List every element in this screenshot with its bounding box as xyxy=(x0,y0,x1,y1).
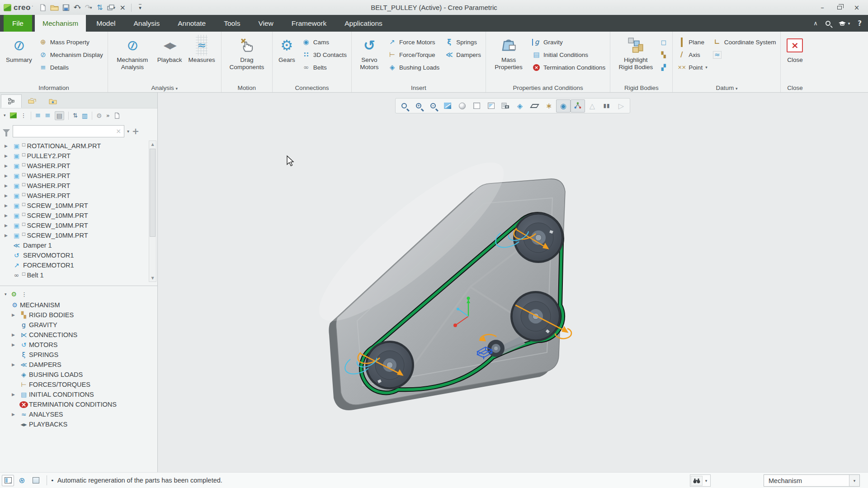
axis-button[interactable]: /Axis xyxy=(677,48,707,61)
mech-item-termination-conditions[interactable]: × TERMINATION CONDITIONS xyxy=(0,399,157,409)
collapse-levels-icon[interactable]: ≡ xyxy=(45,112,51,119)
mech-item-bushing-loads[interactable]: ◈ BUSHING LOADS xyxy=(0,370,157,380)
mechanism-tree-caret-icon[interactable]: ▾ xyxy=(5,292,7,296)
tree-header-caret-icon[interactable]: ▾ xyxy=(4,113,6,117)
initial-conditions-button[interactable]: ▤Initial Conditions xyxy=(532,48,605,61)
expand-arrow-icon[interactable]: ▶ xyxy=(5,213,12,218)
mech-item-mechanism[interactable]: ⚙ MECHANISM xyxy=(0,300,157,310)
restore-button[interactable] xyxy=(832,2,847,13)
mode-select[interactable]: Mechanism ▾ xyxy=(764,474,860,487)
tree-item-washer-prt[interactable]: ▶ ▣ □ WASHER.PRT xyxy=(0,161,157,171)
expand-arrow-icon[interactable]: ▶ xyxy=(5,203,12,208)
model-viewport[interactable] xyxy=(158,93,868,472)
open-file-button[interactable] xyxy=(49,2,60,13)
window-switch-button[interactable]: ▾ xyxy=(106,2,117,13)
mechanism-analysis-button[interactable]: ⊘ Mechanism Analysis xyxy=(111,34,154,71)
model-tree-tab[interactable] xyxy=(1,94,22,108)
scroll-thumb[interactable] xyxy=(150,149,156,237)
expand-arrow-icon[interactable]: ▶ xyxy=(5,174,12,178)
collapse-ribbon-icon[interactable]: ∧ xyxy=(813,20,818,27)
mechanism-display-button[interactable]: ⊘Mechanism Display xyxy=(39,48,103,61)
tab-analysis[interactable]: Analysis xyxy=(126,15,167,32)
mech-item-analyses[interactable]: ▶ ≈ ANALYSES xyxy=(0,409,157,419)
close-window-button[interactable]: × xyxy=(118,2,127,13)
close-app-button[interactable]: × xyxy=(849,2,864,13)
details-button[interactable]: ≡Details xyxy=(39,61,103,74)
mass-properties-button[interactable]: Mass Properties xyxy=(489,34,528,71)
tree-item-belt-1[interactable]: ∞ □ Belt 1 xyxy=(0,270,157,280)
mech-item-motors[interactable]: ▶ ↺ MOTORS xyxy=(0,340,157,350)
pulley-bottom-left[interactable] xyxy=(365,341,414,389)
rigid-body-select-button[interactable]: □ xyxy=(659,36,668,48)
expand-arrow-icon[interactable]: ▶ xyxy=(5,164,12,168)
tree-item-washer-prt[interactable]: ▶ ▣ □ WASHER.PRT xyxy=(0,171,157,181)
new-file-button[interactable] xyxy=(38,2,48,13)
expand-arrow-icon[interactable]: ▶ xyxy=(12,313,19,317)
group-label-datum[interactable]: Datum ▾ xyxy=(673,84,780,91)
expand-arrow-icon[interactable]: ▶ xyxy=(12,343,19,347)
force-torque-button[interactable]: ⊢Force/Torque xyxy=(388,48,439,61)
tree-item-washer-prt[interactable]: ▶ ▣ □ WASHER.PRT xyxy=(0,181,157,191)
expand-arrow-icon[interactable]: ▶ xyxy=(5,233,12,238)
graphics-area[interactable]: + − ◈ ∗ ◉ △ ▮▮ ▷ xyxy=(158,93,868,472)
playback-button[interactable]: ◀▶ Playback xyxy=(154,34,185,64)
tree-column-view-icon[interactable]: ▤ xyxy=(55,111,64,120)
navigator-toggle-button[interactable] xyxy=(2,475,14,486)
mech-item-forces-torques[interactable]: ⊢ FORCES/TORQUES xyxy=(0,380,157,389)
tree-item-screw-10mm-prt[interactable]: ▶ ▣ □ SCREW_10MM.PRT xyxy=(0,230,157,240)
save-button[interactable] xyxy=(61,2,71,13)
group-label-analysis[interactable]: Analysis ▾ xyxy=(108,84,221,91)
favorites-tab[interactable] xyxy=(42,94,63,108)
pulley-top[interactable] xyxy=(513,212,564,263)
minimize-button[interactable]: – xyxy=(815,2,830,13)
tree-more-dots-icon[interactable]: ⋮ xyxy=(21,113,27,118)
tab-file[interactable]: File xyxy=(4,15,32,32)
mech-item-rigid-bodies[interactable]: ▶ ▚ RIGID BODIES xyxy=(0,310,157,320)
undo-button[interactable]: ↶▾ xyxy=(72,2,82,13)
tab-applications[interactable]: Applications xyxy=(337,15,390,32)
tree-item-rotational-arm-prt[interactable]: ▶ ▣ □ ROTATIONAL_ARM.PRT xyxy=(0,141,157,151)
search-icon[interactable] xyxy=(826,21,830,26)
filter-add-icon[interactable]: + xyxy=(132,126,139,136)
folder-browser-tab[interactable] xyxy=(22,94,42,108)
rigid-body-split-button[interactable]: ▞ xyxy=(659,61,668,74)
tree-item-servomotor1[interactable]: ↺ SERVOMOTOR1 xyxy=(0,250,157,260)
tree-filter-input[interactable] xyxy=(13,126,113,137)
learning-center-button[interactable]: ▾ xyxy=(838,21,850,26)
expand-arrow-icon[interactable]: ▶ xyxy=(5,223,12,228)
cams-button[interactable]: ◉Cams xyxy=(302,36,347,48)
find-caret-icon[interactable]: ▾ xyxy=(703,479,710,483)
coordinate-system-button[interactable]: ∟Coordinate System xyxy=(713,36,776,48)
mech-item-gravity[interactable]: g GRAVITY xyxy=(0,320,157,330)
expand-arrow-icon[interactable]: ▶ xyxy=(5,193,12,198)
tree-more-icon[interactable]: » xyxy=(106,113,110,118)
drag-components-button[interactable]: Drag Components xyxy=(224,34,269,71)
mass-property-button[interactable]: ⊕Mass Property xyxy=(39,36,103,48)
full-screen-button[interactable] xyxy=(30,475,42,486)
plane-button[interactable]: Plane xyxy=(677,36,707,48)
tree-filters-icon[interactable]: ⇅ xyxy=(73,113,78,118)
mech-item-initial-conditions[interactable]: ▶ ▤ INITIAL CONDITIONS xyxy=(0,389,157,399)
mechanism-tree-dots-icon[interactable]: ⋮ xyxy=(21,291,27,298)
tab-framework[interactable]: Framework xyxy=(284,15,335,32)
highlight-rigid-bodies-button[interactable]: Highlight Rigid Bodies xyxy=(613,34,658,71)
tree-item-damper-1[interactable]: ≪ Damper 1 xyxy=(0,240,157,250)
expand-arrow-icon[interactable]: ▶ xyxy=(12,412,19,417)
tree-item-forcemotor1[interactable]: ↗ FORCEMOTOR1 xyxy=(0,260,157,270)
rigid-body-merge-button[interactable]: ▚ xyxy=(659,48,668,61)
scroll-down-icon[interactable]: ▼ xyxy=(149,275,156,282)
redo-button[interactable]: ↷▾ xyxy=(84,2,94,13)
mech-item-playbacks[interactable]: ◂▸ PLAYBACKS xyxy=(0,419,157,429)
datum-curve-button[interactable]: ≈ xyxy=(713,48,776,61)
termination-conditions-button[interactable]: ×Termination Conditions xyxy=(532,61,605,74)
springs-button[interactable]: ξSprings xyxy=(445,36,481,48)
servo-motors-button[interactable]: ↺ Servo Motors xyxy=(354,34,384,71)
expand-arrow-icon[interactable]: ▶ xyxy=(12,392,19,397)
tree-item-screw-10mm-prt[interactable]: ▶ ▣ □ SCREW_10MM.PRT xyxy=(0,221,157,230)
tree-scrollbar[interactable]: ▲ ▼ xyxy=(149,141,156,282)
web-browser-button[interactable]: ⊕ xyxy=(16,475,28,486)
summary-button[interactable]: ⊘ Summary xyxy=(3,34,35,64)
3d-contacts-button[interactable]: ∷3D Contacts xyxy=(302,48,347,61)
filter-clear-icon[interactable]: × xyxy=(113,127,124,135)
tree-item-screw-10mm-prt[interactable]: ▶ ▣ □ SCREW_10MM.PRT xyxy=(0,211,157,221)
